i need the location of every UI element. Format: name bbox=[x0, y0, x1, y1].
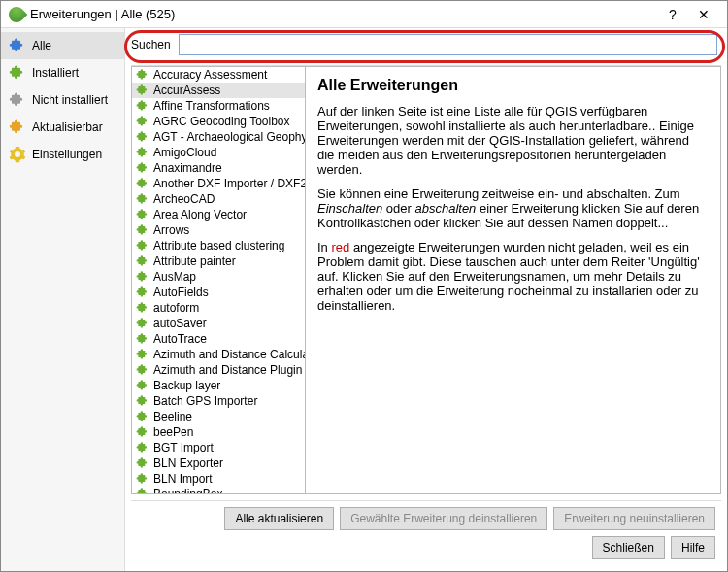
plugin-item[interactable]: AGT - Archaeological Geophysic bbox=[132, 129, 305, 145]
puzzle-green-icon bbox=[136, 363, 149, 377]
plugin-name: ArcheoCAD bbox=[153, 192, 215, 206]
plugin-item[interactable]: Beeline bbox=[132, 409, 305, 424]
reinstall-button[interactable]: Erweiterung neuinstallieren bbox=[553, 507, 715, 530]
puzzle-green-icon bbox=[136, 254, 149, 268]
plugin-item[interactable]: AmigoCloud bbox=[132, 145, 305, 160]
puzzle-green-icon bbox=[136, 161, 149, 175]
plugin-item[interactable]: Attribute painter bbox=[132, 253, 305, 269]
plugin-item[interactable]: Azimuth and Distance Calculator bbox=[132, 347, 305, 362]
plugin-item[interactable]: Batch GPS Importer bbox=[132, 393, 305, 409]
puzzle-green-icon bbox=[136, 301, 149, 315]
plugin-name: Affine Transformations bbox=[153, 99, 270, 113]
plugin-item[interactable]: AGRC Geocoding Toolbox bbox=[132, 114, 305, 129]
plugin-item[interactable]: BLN Exporter bbox=[132, 455, 305, 471]
plugin-item[interactable]: BoundingBox bbox=[132, 487, 305, 494]
help-dialog-button[interactable]: Hilfe bbox=[671, 536, 715, 559]
category-sidebar: AlleInstalliertNicht installiertAktualis… bbox=[1, 28, 125, 571]
plugin-item[interactable]: AusMap bbox=[132, 269, 305, 285]
plugin-name: AGRC Geocoding Toolbox bbox=[153, 115, 290, 128]
plugin-item[interactable]: Area Along Vector bbox=[132, 207, 305, 222]
close-window-button[interactable]: ✕ bbox=[688, 3, 719, 26]
update-all-button[interactable]: Alle aktualisieren bbox=[224, 507, 334, 530]
plugin-list[interactable]: Accuracy AssessmentAccurAssessAffine Tra… bbox=[131, 66, 306, 494]
puzzle-green-icon bbox=[136, 348, 149, 361]
sidebar-item-label: Nicht installiert bbox=[32, 93, 108, 107]
plugin-name: autoSaver bbox=[153, 317, 207, 330]
puzzle-green-icon bbox=[136, 456, 149, 470]
plugin-item[interactable]: autoform bbox=[132, 300, 305, 316]
sidebar-item-alle[interactable]: Alle bbox=[1, 32, 124, 59]
uninstall-button[interactable]: Gewählte Erweiterung deinstallieren bbox=[340, 507, 547, 530]
plugin-item[interactable]: Azimuth and Distance Plugin bbox=[132, 362, 305, 378]
plugin-name: AccurAssess bbox=[153, 84, 220, 97]
gear-icon bbox=[9, 146, 26, 163]
plugin-name: Beeline bbox=[153, 410, 192, 423]
sidebar-item-label: Alle bbox=[32, 39, 51, 52]
plugin-item[interactable]: Another DXF Importer / DXF2SH bbox=[132, 176, 305, 191]
plugin-item[interactable]: Affine Transformations bbox=[132, 98, 305, 114]
plugin-name: Azimuth and Distance Plugin bbox=[153, 363, 302, 377]
plugin-item[interactable]: Backup layer bbox=[132, 378, 305, 393]
plugin-name: AmigoCloud bbox=[153, 146, 216, 159]
plugin-name: AutoFields bbox=[153, 286, 209, 299]
plugin-name: Backup layer bbox=[153, 379, 220, 392]
sidebar-item-installiert[interactable]: Installiert bbox=[1, 59, 124, 86]
plugin-name: AutoTrace bbox=[153, 332, 207, 346]
plugin-item[interactable]: Anaximandre bbox=[132, 160, 305, 176]
plugin-item[interactable]: AutoTrace bbox=[132, 331, 305, 347]
plugin-item[interactable]: BGT Import bbox=[132, 440, 305, 455]
description-p1: Auf der linken Seite ist eine Liste alle… bbox=[317, 104, 709, 177]
sidebar-item-aktualisierbar[interactable]: Aktualisierbar bbox=[1, 114, 124, 141]
sidebar-item-label: Installiert bbox=[32, 66, 79, 80]
plugin-name: autoform bbox=[153, 301, 199, 315]
puzzle-green-icon bbox=[136, 115, 149, 128]
help-button[interactable]: ? bbox=[657, 3, 688, 26]
plugin-name: Azimuth and Distance Calculator bbox=[153, 348, 306, 361]
puzzle-green-icon bbox=[136, 286, 149, 299]
puzzle-green-icon bbox=[136, 208, 149, 221]
qgis-icon bbox=[6, 3, 28, 25]
window-title: Erweiterungen | Alle (525) bbox=[30, 7, 657, 21]
plugin-name: BGT Import bbox=[153, 441, 214, 454]
plugin-item[interactable]: Attribute based clustering bbox=[132, 238, 305, 253]
plugin-name: beePen bbox=[153, 425, 193, 439]
puzzle-green-icon bbox=[136, 270, 149, 284]
description-heading: Alle Erweiterungen bbox=[317, 77, 709, 94]
plugin-item[interactable]: Arrows bbox=[132, 222, 305, 238]
plugin-item[interactable]: ArcheoCAD bbox=[132, 191, 305, 207]
plugin-name: Another DXF Importer / DXF2SH bbox=[153, 177, 306, 190]
plugin-item[interactable]: AutoFields bbox=[132, 285, 305, 300]
puzzle-green-icon bbox=[136, 192, 149, 206]
plugin-name: Accuracy Assessment bbox=[153, 68, 267, 82]
puzzle-green-icon bbox=[136, 84, 149, 97]
plugin-name: AGT - Archaeological Geophysic bbox=[153, 130, 306, 144]
puzzle-grey-icon bbox=[9, 91, 26, 109]
plugin-name: Arrows bbox=[153, 223, 189, 237]
puzzle-green-icon bbox=[136, 379, 149, 392]
puzzle-orange-icon bbox=[9, 118, 26, 136]
puzzle-green-icon bbox=[136, 99, 149, 113]
puzzle-green-icon bbox=[136, 332, 149, 346]
puzzle-green-icon bbox=[9, 64, 26, 82]
plugin-name: Attribute painter bbox=[153, 254, 236, 268]
plugin-item[interactable]: BLN Import bbox=[132, 471, 305, 487]
search-input[interactable] bbox=[179, 34, 717, 55]
plugin-item[interactable]: autoSaver bbox=[132, 316, 305, 331]
plugin-item[interactable]: AccurAssess bbox=[132, 83, 305, 98]
puzzle-green-icon bbox=[136, 177, 149, 190]
plugin-name: Anaximandre bbox=[153, 161, 222, 175]
puzzle-green-icon bbox=[136, 441, 149, 454]
plugin-name: AusMap bbox=[153, 270, 196, 284]
puzzle-green-icon bbox=[136, 410, 149, 423]
sidebar-item-einstellungen[interactable]: Einstellungen bbox=[1, 141, 124, 168]
puzzle-green-icon bbox=[136, 68, 149, 82]
plugin-name: Attribute based clustering bbox=[153, 239, 284, 252]
plugin-item[interactable]: beePen bbox=[132, 424, 305, 440]
close-button[interactable]: Schließen bbox=[592, 536, 665, 559]
titlebar: Erweiterungen | Alle (525) ? ✕ bbox=[1, 1, 727, 28]
puzzle-green-icon bbox=[136, 394, 149, 408]
plugin-item[interactable]: Accuracy Assessment bbox=[132, 67, 305, 83]
sidebar-item-nicht-installiert[interactable]: Nicht installiert bbox=[1, 86, 124, 114]
puzzle-green-icon bbox=[136, 223, 149, 237]
sidebar-item-label: Einstellungen bbox=[32, 148, 102, 161]
